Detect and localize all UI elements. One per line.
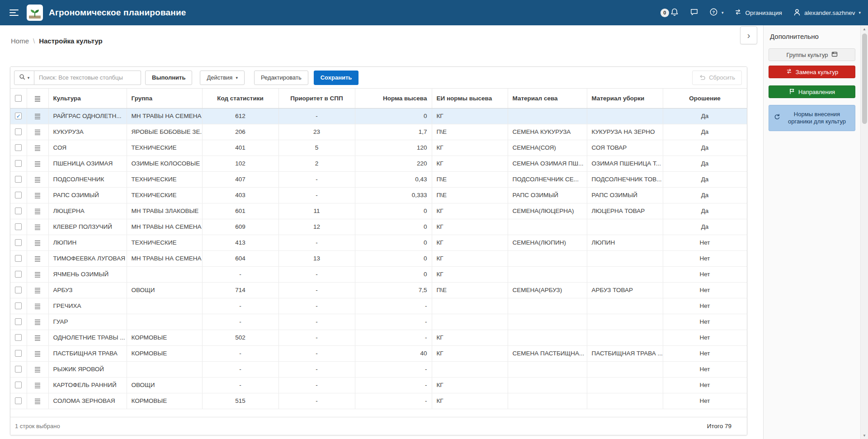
table-row[interactable]: ПШЕНИЦА ОЗИМАЯОЗИМЫЕ КОЛОСОВЫЕ1022220КГС… <box>10 156 747 171</box>
cell[interactable] <box>127 361 202 377</box>
cell[interactable]: КУКУРУЗА <box>48 124 127 140</box>
table-row[interactable]: ОДНОЛЕТНИЕ ТРАВЫ ...КОРМОВЫЕ502--КГНет <box>10 330 747 345</box>
cell[interactable]: ПОДСОЛНЕЧНИК ТОВ... <box>587 171 663 187</box>
column-header[interactable]: ЕИ нормы высева <box>432 89 508 108</box>
cell[interactable] <box>508 377 587 393</box>
cell[interactable]: РАЙГРАС ОДНОЛЕТН... <box>48 108 127 124</box>
cell[interactable]: - <box>278 282 355 298</box>
row-drag-handle-icon[interactable] <box>34 335 41 341</box>
cell[interactable]: 714 <box>202 282 278 298</box>
cell[interactable]: МН ТРАВЫ ЗЛАКОВЫЕ <box>127 203 202 219</box>
cell[interactable]: 7,5 <box>355 282 432 298</box>
cell[interactable]: Нет <box>663 377 747 393</box>
cell[interactable]: - <box>278 330 355 345</box>
cell[interactable]: ЯРОВЫЕ БОБОВЫЕ ЗЕ... <box>127 124 202 140</box>
cell[interactable]: ОЗИМЫЕ КОЛОСОВЫЕ <box>127 156 202 171</box>
cell[interactable]: СОЛОМА ЗЕРНОВАЯ <box>48 393 127 409</box>
cell[interactable]: МН ТРАВЫ НА СЕМЕНА <box>127 108 202 124</box>
cell[interactable]: 1,7 <box>355 124 432 140</box>
page-scrollbar[interactable]: ▲ ▼ <box>860 25 868 439</box>
cell[interactable]: Да <box>663 219 747 235</box>
cell[interactable]: П\Е <box>432 282 508 298</box>
cell[interactable]: - <box>278 298 355 314</box>
cell[interactable]: СЕМЕНА ПАСТБИЩНА... <box>508 345 587 361</box>
cell[interactable]: КГ <box>432 156 508 171</box>
cell[interactable]: ЛЮЦЕРНА <box>48 203 127 219</box>
cell[interactable]: 601 <box>202 203 278 219</box>
cell[interactable]: - <box>278 393 355 409</box>
row-drag-handle-icon[interactable] <box>34 287 41 293</box>
cell[interactable]: - <box>355 393 432 409</box>
row-checkbox[interactable] <box>15 350 22 357</box>
table-row[interactable]: ЯЧМЕНЬ ОЗИМЫЙ--0КГНет <box>10 266 747 282</box>
go-button[interactable]: Выполнить <box>145 71 192 85</box>
row-drag-handle-icon[interactable] <box>34 271 41 278</box>
cell[interactable]: - <box>278 187 355 203</box>
menu-icon[interactable] <box>7 6 21 19</box>
cell[interactable]: КОРМОВЫЕ <box>127 345 202 361</box>
cell[interactable]: Нет <box>663 266 747 282</box>
select-all-checkbox[interactable] <box>15 95 22 102</box>
cell[interactable]: КГ <box>432 219 508 235</box>
table-row[interactable]: РАПС ОЗИМЫЙТЕХНИЧЕСКИЕ403-0,333П\ЕРАПС О… <box>10 187 747 203</box>
cell[interactable]: - <box>278 345 355 361</box>
cell[interactable]: СЕМЕНА(ЛЮЦЕРНА) <box>508 203 587 219</box>
cell[interactable]: РАПС ОЗИМЫЙ <box>508 187 587 203</box>
row-drag-handle-icon[interactable] <box>34 113 41 119</box>
actions-menu-button[interactable]: Действия ▾ <box>200 71 245 85</box>
row-checkbox[interactable] <box>15 302 22 309</box>
row-drag-handle-icon[interactable] <box>34 398 41 404</box>
row-drag-handle-icon[interactable] <box>34 303 41 309</box>
row-drag-handle-icon[interactable] <box>34 319 41 325</box>
row-checkbox[interactable] <box>15 397 22 404</box>
cell[interactable]: РАПС ОЗИМЫЙ <box>587 187 663 203</box>
edit-button[interactable]: Редактировать <box>254 71 308 85</box>
row-checkbox[interactable]: ✓ <box>15 113 22 119</box>
cell[interactable]: - <box>355 298 432 314</box>
scroll-down-arrow[interactable]: ▼ <box>861 432 868 439</box>
cell[interactable]: 206 <box>202 124 278 140</box>
cell[interactable]: Нет <box>663 345 747 361</box>
cell[interactable]: ТЕХНИЧЕСКИЕ <box>127 187 202 203</box>
cell[interactable]: КОРМОВЫЕ <box>127 330 202 345</box>
search-input[interactable] <box>34 71 141 85</box>
cell[interactable]: 612 <box>202 108 278 124</box>
save-button[interactable]: Сохранить <box>314 71 359 85</box>
cell[interactable]: ПОДСОЛНЕЧНИК СЕ... <box>508 171 587 187</box>
cell[interactable]: - <box>278 171 355 187</box>
table-row[interactable]: СОЯТЕХНИЧЕСКИЕ4015120КГСЕМЕНА(СОЯ)СОЯ ТО… <box>10 140 747 156</box>
cell[interactable]: 604 <box>202 250 278 266</box>
cell[interactable]: 0 <box>355 108 432 124</box>
cell[interactable]: - <box>202 377 278 393</box>
cell[interactable]: КГ <box>432 108 508 124</box>
table-row[interactable]: КУКУРУЗАЯРОВЫЕ БОБОВЫЕ ЗЕ...206231,7П\ЕС… <box>10 124 747 140</box>
cell[interactable] <box>508 108 587 124</box>
row-checkbox[interactable] <box>15 271 22 278</box>
column-header[interactable]: Группа <box>127 89 202 108</box>
cell[interactable]: ОВОЩИ <box>127 377 202 393</box>
organization-button[interactable]: Организация <box>734 8 782 17</box>
cell[interactable]: СЕМЕНА(СОЯ) <box>508 140 587 156</box>
row-checkbox[interactable] <box>15 223 22 230</box>
cell[interactable]: КОРМОВЫЕ <box>127 393 202 409</box>
cell[interactable]: МН ТРАВЫ НА СЕМЕНА <box>127 219 202 235</box>
cell[interactable]: КГ <box>432 330 508 345</box>
search-options-button[interactable]: ▾ <box>14 71 34 85</box>
cell[interactable]: 0,43 <box>355 171 432 187</box>
cell[interactable]: 11 <box>278 203 355 219</box>
cell[interactable]: СЕМЕНА ОЗИМАЯ ПШ... <box>508 156 587 171</box>
cell[interactable]: 401 <box>202 140 278 156</box>
cell[interactable]: ТЕХНИЧЕСКИЕ <box>127 235 202 250</box>
cell[interactable]: ПАСТБИЩНАЯ ТРАВА <box>48 345 127 361</box>
table-row[interactable]: ЛЮЦЕРНАМН ТРАВЫ ЗЛАКОВЫЕ601110КГСЕМЕНА(Л… <box>10 203 747 219</box>
cell[interactable] <box>127 298 202 314</box>
cell[interactable]: 502 <box>202 330 278 345</box>
cell[interactable]: Нет <box>663 250 747 266</box>
cell[interactable]: 0 <box>355 203 432 219</box>
cell[interactable] <box>508 250 587 266</box>
row-checkbox[interactable] <box>15 160 22 167</box>
cell[interactable] <box>587 298 663 314</box>
cell[interactable]: СЕМЕНА(ЛЮПИН) <box>508 235 587 250</box>
cell[interactable]: 403 <box>202 187 278 203</box>
rows-menu-icon[interactable] <box>34 95 41 102</box>
